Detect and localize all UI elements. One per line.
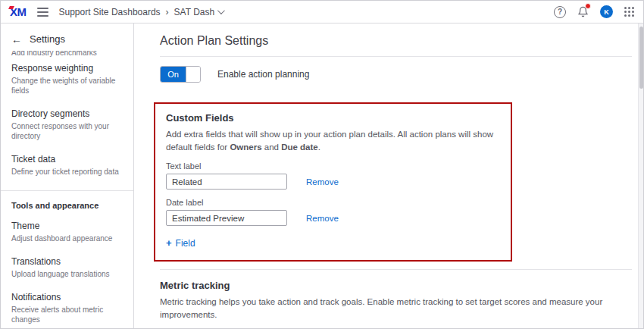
hamburger-menu-icon[interactable] [37, 8, 48, 17]
sidebar-item-label: Response weighting [11, 63, 123, 74]
toggle-knob [186, 67, 200, 82]
desc-bold-due-date: Due date [281, 143, 318, 152]
sidebar-item-translations[interactable]: Translations Upload language translation… [1, 250, 133, 286]
custom-fields-title: Custom Fields [166, 112, 499, 124]
breadcrumb: Support Site Dashboards › SAT Dash [59, 7, 224, 17]
sidebar-item-desc: Receive alerts about metric changes [11, 305, 123, 324]
help-icon[interactable]: ? [554, 6, 566, 18]
page-title: Action Plan Settings [160, 34, 638, 48]
toggle-on-label: On [161, 67, 186, 82]
sidebar-item-label: Notifications [11, 292, 123, 303]
sidebar-item-theme[interactable]: Theme Adjust dashboard appearance [1, 215, 133, 250]
metric-divider [160, 269, 632, 270]
text-label-input[interactable] [166, 174, 287, 190]
sidebar-item-label: Theme [11, 221, 123, 232]
settings-label: Settings [30, 33, 65, 45]
sidebar-item-label: Ticket data [11, 154, 123, 165]
topbar-right-icons: ? K [554, 5, 634, 18]
action-planning-label: Enable action planning [217, 69, 309, 80]
enable-action-planning-toggle[interactable]: On [160, 66, 201, 83]
sidebar-item-desc: Change the weights of variable fields [11, 76, 123, 96]
sidebar-item-desc: Define your ticket reporting data [11, 167, 123, 177]
add-field-button[interactable]: + Field [166, 237, 195, 249]
date-label-input[interactable] [166, 210, 287, 226]
notification-badge [585, 3, 591, 9]
breadcrumb-current-dashboard[interactable]: SAT Dash [174, 7, 224, 17]
scrollbar-track[interactable] [638, 24, 643, 328]
metric-tracking-title: Metric tracking [160, 280, 638, 291]
desc-text: Add extra fields that will show up in yo… [166, 130, 493, 152]
add-field-label: Field [176, 238, 195, 249]
chevron-down-icon [217, 7, 225, 14]
desc-text: and [262, 143, 282, 152]
date-field-row: Remove [166, 210, 499, 226]
text-label-caption: Text label [166, 161, 499, 171]
desc-bold-owners: Owners [230, 143, 261, 152]
sidebar-item-notifications[interactable]: Notifications Receive alerts about metri… [1, 286, 133, 328]
metric-tracking-section: Metric tracking Metric tracking helps yo… [160, 269, 638, 329]
back-arrow-icon: ← [11, 34, 22, 45]
user-avatar[interactable]: K [600, 5, 613, 18]
plus-icon: + [166, 237, 172, 249]
sidebar-item-partial[interactable]: Add industry benchmarks [1, 51, 133, 57]
sidebar-item-partial-label: Add industry benchmarks [11, 51, 123, 57]
breadcrumb-current-label: SAT Dash [174, 7, 215, 17]
settings-sidebar: ← Settings Add industry benchmarks Respo… [1, 24, 134, 328]
title-divider [160, 56, 632, 57]
remove-date-field-link[interactable]: Remove [306, 214, 339, 223]
custom-fields-annotation-box: Custom Fields Add extra fields that will… [154, 102, 512, 262]
remove-text-field-link[interactable]: Remove [306, 177, 339, 186]
scrollbar-thumb[interactable] [639, 27, 643, 89]
custom-fields-description: Add extra fields that will show up in yo… [166, 128, 498, 153]
metric-tracking-description: Metric tracking helps you take action an… [160, 296, 633, 321]
back-to-settings[interactable]: ← Settings [1, 24, 133, 51]
sidebar-section-header: Tools and appearance [1, 191, 133, 215]
sidebar-item-desc: Adjust dashboard appearance [11, 233, 123, 243]
sidebar-item-label: Translations [11, 256, 123, 268]
desc-text: . [318, 143, 320, 152]
sidebar-item-label: Directory segments [11, 108, 123, 120]
main-content: Action Plan Settings On Enable action pl… [135, 24, 638, 328]
breadcrumb-separator: › [166, 7, 169, 17]
sidebar-item-ticket-data[interactable]: Ticket data Define your ticket reporting… [1, 148, 133, 183]
xm-logo: XM [10, 6, 27, 17]
sidebar-item-directory-segments[interactable]: Directory segments Connect responses wit… [1, 102, 133, 148]
notifications-bell[interactable] [577, 6, 589, 17]
apps-grid-icon[interactable] [624, 7, 634, 17]
text-field-row: Remove [166, 174, 499, 190]
action-planning-row: On Enable action planning [160, 66, 638, 83]
sidebar-item-desc: Connect responses with your directory [11, 121, 123, 141]
date-label-caption: Date label [166, 198, 499, 207]
sidebar-item-desc: Upload language translations [11, 269, 123, 279]
sidebar-item-response-weighting[interactable]: Response weighting Change the weights of… [1, 57, 133, 102]
topbar: XM Support Site Dashboards › SAT Dash ? … [1, 1, 643, 24]
breadcrumb-dashboards[interactable]: Support Site Dashboards [59, 7, 161, 17]
